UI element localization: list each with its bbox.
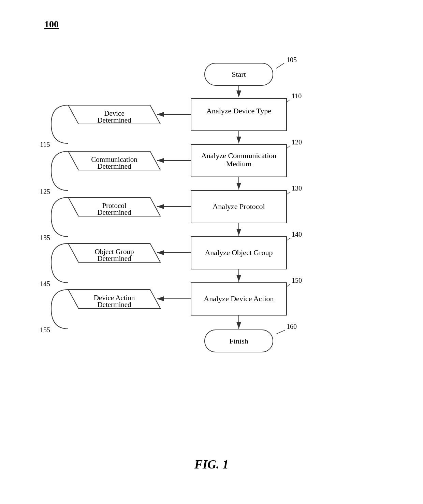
svg-text:Analyze Device Action: Analyze Device Action bbox=[204, 294, 274, 303]
svg-text:Start: Start bbox=[232, 70, 246, 79]
svg-text:135: 135 bbox=[40, 234, 50, 241]
svg-line-20 bbox=[287, 146, 290, 149]
figure-number: 100 bbox=[44, 19, 59, 30]
svg-text:105: 105 bbox=[287, 56, 297, 64]
svg-text:125: 125 bbox=[40, 188, 50, 195]
svg-text:Medium: Medium bbox=[226, 159, 252, 168]
svg-text:Analyze Communication: Analyze Communication bbox=[201, 151, 277, 160]
fig-label: FIG. 1 bbox=[194, 457, 229, 472]
svg-text:130: 130 bbox=[292, 184, 302, 192]
svg-line-30 bbox=[287, 192, 290, 195]
svg-line-9 bbox=[287, 100, 290, 102]
svg-line-4 bbox=[276, 63, 284, 68]
svg-line-50 bbox=[287, 284, 290, 287]
svg-text:Determined: Determined bbox=[97, 208, 131, 216]
svg-text:Analyze Object Group: Analyze Object Group bbox=[205, 248, 273, 257]
svg-text:145: 145 bbox=[40, 280, 50, 288]
svg-text:Determined: Determined bbox=[97, 300, 131, 309]
flowchart-diagram: Start 105 Analyze Device Type 110 Device… bbox=[27, 38, 396, 447]
svg-text:115: 115 bbox=[40, 141, 50, 148]
svg-text:Determined: Determined bbox=[97, 162, 131, 170]
svg-line-40 bbox=[287, 238, 290, 241]
svg-text:Analyze Protocol: Analyze Protocol bbox=[213, 202, 265, 211]
svg-text:155: 155 bbox=[40, 326, 50, 334]
svg-line-60 bbox=[276, 330, 285, 334]
svg-text:Determined: Determined bbox=[97, 254, 131, 263]
svg-text:Determined: Determined bbox=[97, 116, 131, 124]
svg-text:Analyze Device Type: Analyze Device Type bbox=[206, 107, 271, 115]
svg-text:120: 120 bbox=[292, 138, 302, 146]
svg-text:Finish: Finish bbox=[229, 337, 248, 345]
svg-text:160: 160 bbox=[287, 323, 297, 330]
svg-text:140: 140 bbox=[292, 230, 302, 238]
svg-text:110: 110 bbox=[292, 92, 302, 100]
svg-text:150: 150 bbox=[292, 277, 302, 284]
